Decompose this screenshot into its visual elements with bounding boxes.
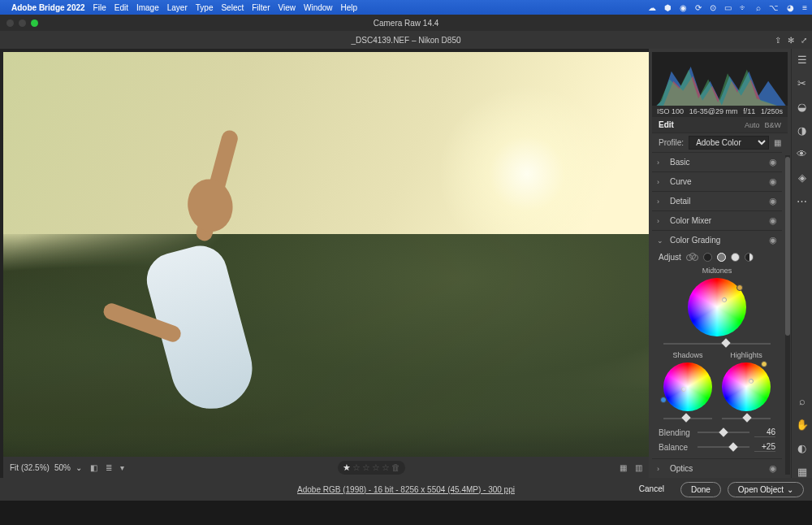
global-mode-icon[interactable] [745,253,754,262]
section-basic[interactable]: ›Basic◉ [652,153,782,171]
rating-widget[interactable]: ★ ☆ ☆ ☆ ☆ 🗑 [338,461,405,475]
app-name[interactable]: Adobe Bridge 2022 [11,3,85,12]
menu-select[interactable]: Select [221,3,244,12]
search-icon[interactable]: ⌕ [756,3,761,12]
menu-extra-icon[interactable]: ≡ [802,3,807,12]
edit-header: Edit Auto B&W [652,117,788,132]
zoom-tool-icon[interactable]: ⌕ [799,395,806,407]
edit-sliders-icon[interactable]: ☰ [797,54,807,66]
settings-gear-icon[interactable]: ✻ [788,36,794,45]
profile-select[interactable]: Adobe Color [689,136,769,150]
star-icon[interactable]: ★ [343,462,351,473]
traffic-minimize[interactable] [19,20,26,27]
traffic-close[interactable] [6,20,14,27]
zoom-fit[interactable]: Fit (32.5%) [10,463,50,472]
menu-layer[interactable]: Layer [167,3,188,12]
star-icon[interactable]: ☆ [372,462,380,473]
highlights-luminance-slider[interactable] [722,414,771,423]
menu-edit[interactable]: Edit [114,3,128,12]
auto-button[interactable]: Auto [745,121,760,129]
heal-icon[interactable]: ◒ [797,101,806,113]
section-color-mixer[interactable]: ›Color Mixer◉ [652,211,782,230]
blending-slider[interactable]: Blending 46 [659,427,775,437]
menu-image[interactable]: Image [136,3,159,12]
shadows-luminance-slider[interactable] [663,414,712,423]
chevron-right-icon: › [657,465,665,473]
section-detail[interactable]: ›Detail◉ [652,192,782,210]
control-center-icon[interactable]: ⌥ [769,3,779,12]
trash-icon[interactable]: 🗑 [391,462,400,473]
adjust-mode-row: Adjust [659,253,775,262]
status-icon[interactable]: ⟳ [695,3,702,12]
battery-icon[interactable]: ▭ [724,3,732,12]
image-info-link[interactable]: Adobe RGB (1998) - 16 bit - 8256 x 5504 … [297,485,515,494]
status-icon[interactable]: ☁︎ [648,3,656,12]
menu-help[interactable]: Help [341,3,358,12]
shadows-mode-icon[interactable] [703,253,712,262]
funnel-icon[interactable]: ▾ [120,463,124,472]
three-way-icon[interactable] [686,253,698,262]
toggle-grid-icon[interactable]: ▦ [797,466,807,478]
traffic-zoom[interactable] [31,20,38,27]
wifi-icon[interactable]: ᯤ [740,3,748,12]
histogram[interactable] [652,52,788,106]
done-button[interactable]: Done [680,482,721,497]
midtones-label: Midtones [659,267,775,275]
menu-file[interactable]: File [93,3,106,12]
fullscreen-icon[interactable]: ⤢ [801,36,807,45]
image-canvas[interactable] [3,52,649,457]
siri-icon[interactable]: ◕ [787,3,794,12]
mask-icon[interactable]: ◑ [797,124,806,137]
star-icon[interactable]: ☆ [362,462,370,473]
highlights-mode-icon[interactable] [731,253,740,262]
section-color-grading[interactable]: ⌄Color Grading◉ [652,231,782,249]
zoom-dropdown-icon[interactable]: ⌄ [76,463,82,472]
midtones-color-wheel[interactable] [688,278,746,336]
shadows-color-wheel[interactable] [663,362,712,411]
chevron-right-icon: › [657,197,665,206]
zoom-pct[interactable]: 50% [54,463,71,472]
midtones-mode-icon[interactable] [717,253,726,262]
profile-browser-icon[interactable]: ▦ [774,138,781,147]
right-toolstrip: ☰ ✂ ◒ ◑ 👁 ◈ ⋯ ⌕ ✋ ◐ ▦ [791,49,812,478]
export-icon[interactable]: ⇪ [775,36,781,45]
star-icon[interactable]: ☆ [352,462,361,473]
midtones-luminance-slider[interactable] [663,340,771,348]
edit-title: Edit [659,120,674,129]
status-icon[interactable]: ⊙ [710,3,716,12]
eye-icon[interactable]: ◉ [769,215,777,226]
balance-slider[interactable]: Balance +25 [659,442,775,452]
section-optics[interactable]: ›Optics◉ [652,459,782,478]
filmstrip-icon[interactable]: ▥ [635,463,642,472]
redeye-icon[interactable]: 👁 [797,148,807,160]
star-icon[interactable]: ☆ [382,462,390,473]
open-object-button[interactable]: Open Object⌄ [728,482,804,497]
section-curve[interactable]: ›Curve◉ [652,172,782,191]
status-icon[interactable]: ◉ [680,3,687,12]
menu-type[interactable]: Type [196,3,214,12]
presets-icon[interactable]: ◈ [798,171,806,184]
menu-filter[interactable]: Filter [252,3,270,12]
eye-icon[interactable]: ◉ [769,157,777,167]
menu-view[interactable]: View [278,3,296,12]
compare-icon[interactable]: ◧ [90,463,97,472]
eye-icon[interactable]: ◉ [769,196,777,206]
highlights-color-wheel[interactable] [722,362,771,411]
menu-window[interactable]: Window [304,3,333,12]
crop-icon[interactable]: ✂ [797,77,806,89]
more-icon[interactable]: ⋯ [797,195,807,207]
grid-view-icon[interactable]: ▦ [620,463,627,472]
status-icon[interactable]: ⬢ [664,3,672,12]
filter-icon[interactable]: ≣ [106,463,112,472]
eye-icon[interactable]: ◉ [769,235,777,245]
cancel-button[interactable]: Cancel [629,482,674,497]
bw-button[interactable]: B&W [764,121,781,129]
eye-icon[interactable]: ◉ [769,176,777,187]
hand-tool-icon[interactable]: ✋ [796,419,809,431]
chevron-right-icon: › [657,178,665,186]
eye-icon[interactable]: ◉ [769,463,777,474]
highlights-label: Highlights [730,351,762,359]
panel-scrollbar[interactable] [785,155,790,475]
chevron-down-icon[interactable]: ⌄ [787,485,793,494]
color-sampler-icon[interactable]: ◐ [797,442,806,454]
